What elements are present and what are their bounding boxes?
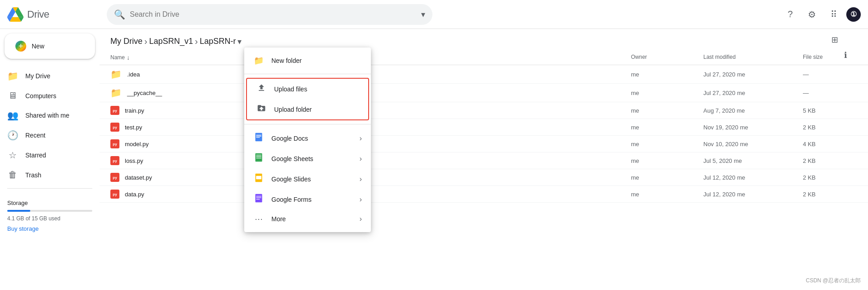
file-name: test.py — [125, 124, 142, 131]
menu-item-icon — [253, 173, 264, 185]
file-name: __pycache__ — [127, 90, 162, 96]
menu-item-label: New folder — [271, 57, 362, 64]
svg-rect-13 — [256, 199, 260, 200]
menu-item-label: Upload folder — [274, 106, 359, 113]
svg-rect-5 — [256, 155, 261, 155]
sidebar-item-label-trash: Trash — [25, 171, 41, 179]
upload-folder-icon — [257, 105, 266, 114]
svg-rect-4 — [256, 153, 262, 162]
svg-rect-6 — [256, 157, 261, 157]
table-row[interactable]: 📁 .idea me Jul 27, 2020 me — — [100, 65, 868, 84]
file-modified: Jul 5, 2020 me — [703, 157, 803, 164]
menu-item-more[interactable]: ⋯ More › — [244, 209, 371, 228]
sidebar-item-my-drive[interactable]: 📁 My Drive — [0, 66, 94, 86]
file-owner: me — [631, 124, 703, 131]
table-row[interactable]: py test.py me Nov 19, 2020 me 2 KB — [100, 119, 868, 136]
py-file-icon: py — [110, 106, 119, 115]
help-button[interactable]: ? — [781, 5, 799, 24]
grid-view-button[interactable]: ⊞ — [826, 32, 843, 48]
main-layout: + New 📁 My Drive 🖥 Computers 👥 Shared wi… — [0, 29, 868, 290]
file-size: 2 KB — [803, 124, 857, 131]
google-forms-icon — [254, 195, 263, 204]
table-row[interactable]: py dataset.py me Jul 12, 2020 me 2 KB — [100, 169, 868, 186]
search-input[interactable] — [130, 10, 417, 19]
breadcrumb-dropdown-icon[interactable]: ▾ — [237, 37, 242, 47]
new-button-label: New — [32, 43, 44, 50]
menu-item-google-docs[interactable]: Google Docs › — [244, 128, 371, 148]
sidebar-item-label-starred: Starred — [25, 152, 46, 159]
google-docs-icon — [254, 134, 263, 143]
storage-bar-fill — [7, 210, 30, 212]
table-row[interactable]: py train.py me Aug 7, 2020 me 5 KB — [100, 102, 868, 119]
menu-item-google-forms[interactable]: Google Forms › — [244, 189, 371, 209]
menu-divider — [244, 74, 371, 74]
info-button[interactable]: ℹ — [837, 47, 854, 63]
file-modified: Jul 12, 2020 me — [703, 174, 803, 181]
file-owner: me — [631, 157, 703, 164]
avatar-initial: ① — [850, 10, 857, 19]
settings-button[interactable]: ⚙ — [803, 5, 821, 24]
content-area: My Drive › LapSRN_v1 › LapSRN-r ▾ ⊞ ℹ — [100, 29, 868, 290]
py-file-icon: py — [110, 190, 119, 199]
col-owner-header: Owner — [631, 54, 703, 61]
search-dropdown-icon[interactable]: ▾ — [421, 10, 425, 19]
svg-rect-1 — [256, 135, 261, 135]
sidebar-item-computers[interactable]: 🖥 Computers — [0, 86, 94, 105]
menu-item-upload-folder[interactable]: Upload folder — [247, 99, 368, 119]
file-size: 2 KB — [803, 191, 857, 198]
search-icon: 🔍 — [114, 9, 125, 20]
table-row[interactable]: py data.py me Jul 12, 2020 me 2 KB — [100, 186, 868, 203]
trash-icon: 🗑 — [7, 170, 18, 180]
py-file-icon: py — [110, 173, 119, 182]
sidebar-item-recent[interactable]: 🕐 Recent — [0, 125, 94, 145]
buy-storage-link[interactable]: Buy storage — [7, 225, 92, 232]
table-row[interactable]: py model.py me Nov 10, 2020 me 4 KB — [100, 136, 868, 152]
drive-logo-icon — [7, 6, 24, 23]
table-row[interactable]: py loss.py me Jul 5, 2020 me 2 KB — [100, 152, 868, 169]
breadcrumb-my-drive[interactable]: My Drive — [110, 37, 142, 46]
file-name: .idea — [127, 71, 140, 78]
menu-item-new-folder[interactable]: 📁 New folder — [244, 51, 371, 70]
file-name: train.py — [125, 107, 144, 114]
menu-item-label: Upload files — [274, 86, 359, 93]
py-file-icon: py — [110, 156, 119, 165]
grid-view-icon: ⊞ — [831, 35, 838, 45]
help-icon: ? — [787, 9, 792, 19]
file-modified: Aug 7, 2020 me — [703, 107, 803, 114]
sidebar-divider — [7, 188, 92, 189]
svg-rect-9 — [256, 176, 261, 180]
menu-item-google-sheets[interactable]: Google Sheets › — [244, 148, 371, 169]
storage-label: Storage — [7, 200, 92, 206]
menu-item-arrow: › — [360, 195, 362, 204]
table-row[interactable]: 📁 __pycache__ me Jul 27, 2020 me — — [100, 84, 868, 102]
breadcrumb-sep-1: › — [144, 36, 147, 47]
col-name-label: Name — [110, 54, 125, 61]
new-button[interactable]: + New — [5, 33, 95, 59]
file-owner: me — [631, 107, 703, 114]
svg-rect-10 — [256, 194, 262, 202]
file-modified: Jul 12, 2020 me — [703, 191, 803, 198]
menu-item-icon — [253, 153, 264, 164]
search-bar[interactable]: 🔍 ▾ — [107, 4, 432, 25]
folder-icon: 📁 — [110, 87, 122, 98]
sidebar-item-trash[interactable]: 🗑 Trash — [0, 165, 94, 185]
py-file-icon: py — [110, 123, 119, 132]
menu-item-arrow: › — [360, 175, 362, 183]
menu-item-google-slides[interactable]: Google Slides › — [244, 169, 371, 189]
sidebar-item-shared[interactable]: 👥 Shared with me — [0, 105, 94, 125]
menu-item-upload-files[interactable]: Upload files — [247, 79, 368, 99]
menu-item-icon: ⋯ — [253, 214, 264, 224]
breadcrumb-lapsrn-v1[interactable]: LapSRN_v1 — [149, 37, 193, 46]
menu-item-arrow: › — [360, 134, 362, 143]
sidebar-item-starred[interactable]: ☆ Starred — [0, 145, 94, 165]
breadcrumb-current-label: LapSRN-r — [199, 37, 236, 46]
col-modified-header: Last modified — [703, 54, 803, 61]
apps-button[interactable]: ⠿ — [825, 5, 843, 24]
file-name: model.py — [125, 141, 149, 147]
sort-icon: ↓ — [127, 54, 130, 61]
file-owner: me — [631, 71, 703, 78]
svg-rect-3 — [256, 137, 260, 138]
storage-used-text: 4.1 GB of 15 GB used — [7, 215, 92, 222]
starred-icon: ☆ — [7, 150, 18, 161]
avatar[interactable]: ① — [846, 7, 861, 22]
